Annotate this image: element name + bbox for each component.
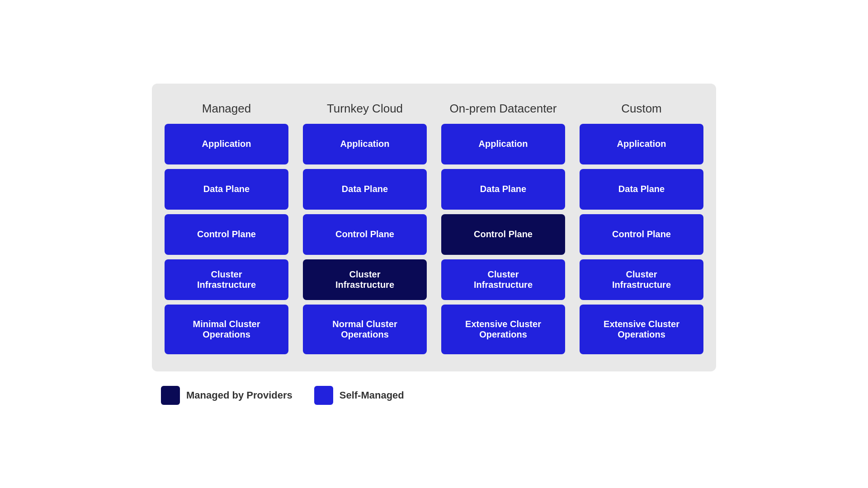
column-header-managed: Managed	[165, 93, 288, 124]
tile-custom-4: Extensive Cluster Operations	[580, 305, 703, 354]
legend-item-managed-by-providers: Managed by Providers	[161, 386, 292, 405]
legend-item-self-managed: Self-Managed	[314, 386, 404, 405]
tile-managed-2: Control Plane	[165, 214, 288, 255]
tile-on-prem-4: Extensive Cluster Operations	[441, 305, 565, 354]
legend: Managed by ProvidersSelf-Managed	[161, 386, 404, 405]
tile-custom-1: Data Plane	[580, 169, 703, 210]
tile-managed-4: Minimal Cluster Operations	[165, 305, 288, 354]
legend-label-self-managed: Self-Managed	[340, 389, 404, 401]
tile-on-prem-3: Cluster Infrastructure	[441, 259, 565, 300]
tile-turnkey-cloud-4: Normal Cluster Operations	[303, 305, 427, 354]
column-header-on-prem: On-prem Datacenter	[441, 93, 565, 124]
tile-custom-3: Cluster Infrastructure	[580, 259, 703, 300]
tile-turnkey-cloud-2: Control Plane	[303, 214, 427, 255]
column-header-turnkey-cloud: Turnkey Cloud	[303, 93, 427, 124]
tile-managed-3: Cluster Infrastructure	[165, 259, 288, 300]
tile-on-prem-1: Data Plane	[441, 169, 565, 210]
tile-managed-1: Data Plane	[165, 169, 288, 210]
columns-wrapper: ManagedApplicationData PlaneControl Plan…	[152, 84, 716, 371]
tile-custom-2: Control Plane	[580, 214, 703, 255]
tile-turnkey-cloud-0: Application	[303, 124, 427, 164]
tile-custom-0: Application	[580, 124, 703, 164]
column-on-prem: On-prem DatacenterApplicationData PlaneC…	[438, 93, 569, 362]
tile-on-prem-0: Application	[441, 124, 565, 164]
column-turnkey-cloud: Turnkey CloudApplicationData PlaneContro…	[299, 93, 430, 362]
legend-label-managed-by-providers: Managed by Providers	[186, 389, 292, 401]
legend-swatch-managed-by-providers	[161, 386, 180, 405]
tile-on-prem-2: Control Plane	[441, 214, 565, 255]
column-header-custom: Custom	[580, 93, 703, 124]
column-custom: CustomApplicationData PlaneControl Plane…	[576, 93, 707, 362]
tile-turnkey-cloud-3: Cluster Infrastructure	[303, 259, 427, 300]
column-managed: ManagedApplicationData PlaneControl Plan…	[161, 93, 292, 362]
tile-turnkey-cloud-1: Data Plane	[303, 169, 427, 210]
legend-swatch-self-managed	[314, 386, 333, 405]
tile-managed-0: Application	[165, 124, 288, 164]
main-container: ManagedApplicationData PlaneControl Plan…	[152, 84, 716, 405]
